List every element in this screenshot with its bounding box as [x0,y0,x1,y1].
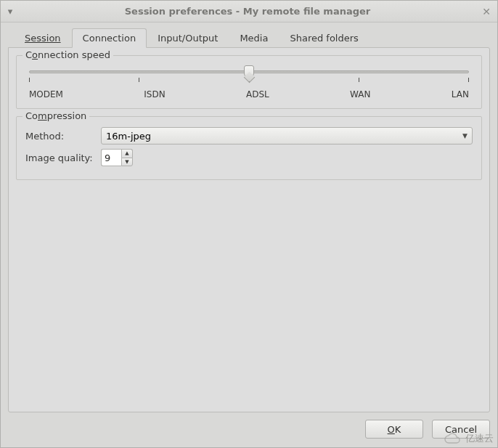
quality-step-up[interactable]: ▲ [121,149,133,158]
watermark: 亿速云 [444,432,494,445]
label-image-quality: Image quality: [25,152,94,163]
speed-slider-labels: MODEM ISDN ADSL WAN LAN [29,89,469,99]
group-title-connection-speed: Connection speed [23,49,113,60]
group-title-compression: Compression [23,110,89,121]
method-combo-value: 16m-jpeg [106,131,151,142]
speed-label-adsl: ADSL [246,89,269,99]
tab-shared-folders[interactable]: Shared folders [279,28,369,47]
quality-step-down[interactable]: ▼ [121,158,133,166]
method-combo[interactable]: 16m-jpeg ▼ [101,127,473,144]
close-icon[interactable]: ✕ [480,6,493,17]
dialog-buttons: OK Cancel [1,414,497,447]
speed-slider[interactable] [29,70,469,73]
group-connection-speed: Connection speed MODEM ISDN ADSL WAN LAN [16,55,482,109]
window-title: Session preferences - My remote file man… [15,6,480,17]
chevron-down-icon: ▼ [462,132,468,139]
quality-input[interactable] [101,149,121,166]
speed-slider-thumb[interactable] [244,65,254,78]
group-compression: Compression Method: 16m-jpeg ▼ Image qua… [16,116,482,180]
label-method: Method: [25,131,94,142]
titlebar: ▾ Session preferences - My remote file m… [1,1,497,23]
speed-label-wan: WAN [350,89,370,99]
window-menu-icon[interactable]: ▾ [5,6,15,17]
tab-connection[interactable]: Connection [72,28,147,48]
speed-label-isdn: ISDN [144,89,165,99]
tab-session[interactable]: Session [14,28,72,47]
tab-media[interactable]: Media [229,28,279,47]
tab-panel-connection: Connection speed MODEM ISDN ADSL WAN LAN… [8,47,490,412]
speed-label-lan: LAN [452,89,469,99]
ok-button[interactable]: OK [365,420,423,439]
quality-spinner[interactable]: ▲ ▼ [101,149,133,166]
tab-input-output[interactable]: Input/Output [147,28,229,47]
speed-label-modem: MODEM [29,89,63,99]
cloud-icon [444,432,462,445]
tab-bar: Session Connection Input/Output Media Sh… [8,28,490,47]
